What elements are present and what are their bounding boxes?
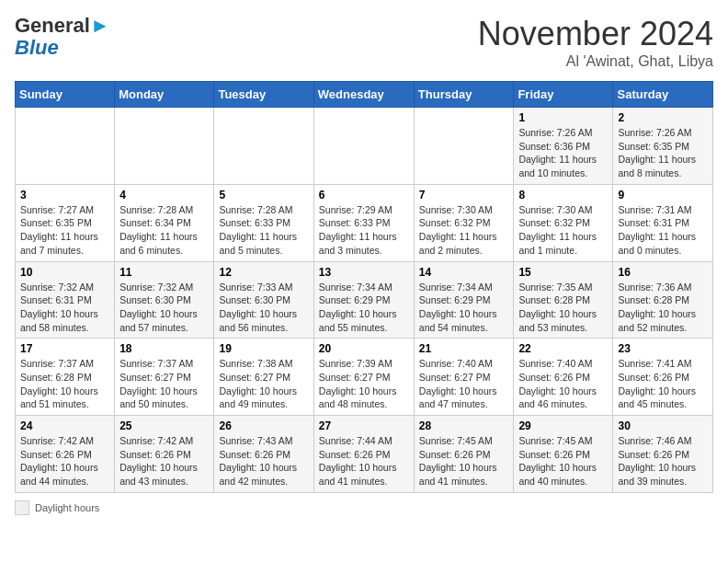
day-number: 2 bbox=[618, 111, 708, 124]
day-number: 13 bbox=[319, 266, 409, 279]
calendar-cell: 22Sunrise: 7:40 AM Sunset: 6:26 PM Dayli… bbox=[514, 339, 613, 416]
day-number: 25 bbox=[119, 419, 209, 432]
day-number: 18 bbox=[119, 342, 209, 355]
day-info: Sunrise: 7:33 AM Sunset: 6:30 PM Dayligh… bbox=[219, 281, 308, 335]
calendar-cell: 24Sunrise: 7:42 AM Sunset: 6:26 PM Dayli… bbox=[16, 416, 115, 493]
weekday-header-saturday: Saturday bbox=[613, 82, 713, 108]
logo-text: General► bbox=[15, 15, 110, 37]
day-number: 9 bbox=[618, 189, 708, 201]
day-info: Sunrise: 7:26 AM Sunset: 6:36 PM Dayligh… bbox=[518, 126, 608, 180]
day-number: 17 bbox=[20, 342, 109, 355]
calendar-cell: 17Sunrise: 7:37 AM Sunset: 6:28 PM Dayli… bbox=[16, 339, 115, 416]
day-number: 20 bbox=[319, 342, 409, 355]
day-number: 26 bbox=[219, 419, 308, 432]
calendar-cell: 16Sunrise: 7:36 AM Sunset: 6:28 PM Dayli… bbox=[613, 261, 713, 339]
location-title: Al 'Awinat, Ghat, Libya bbox=[478, 53, 713, 70]
day-number: 3 bbox=[20, 189, 109, 201]
weekday-header-thursday: Thursday bbox=[414, 82, 514, 108]
weekday-header-monday: Monday bbox=[115, 82, 214, 108]
day-info: Sunrise: 7:46 AM Sunset: 6:26 PM Dayligh… bbox=[618, 434, 708, 488]
calendar-cell: 27Sunrise: 7:44 AM Sunset: 6:26 PM Dayli… bbox=[313, 416, 414, 493]
calendar-cell: 2Sunrise: 7:26 AM Sunset: 6:35 PM Daylig… bbox=[613, 108, 713, 185]
calendar-cell: 23Sunrise: 7:41 AM Sunset: 6:26 PM Dayli… bbox=[613, 339, 713, 416]
calendar-cell bbox=[16, 108, 115, 185]
day-number: 30 bbox=[618, 419, 708, 432]
day-info: Sunrise: 7:37 AM Sunset: 6:28 PM Dayligh… bbox=[20, 357, 109, 411]
day-number: 19 bbox=[219, 342, 308, 355]
day-number: 4 bbox=[119, 189, 209, 201]
calendar-table: SundayMondayTuesdayWednesdayThursdayFrid… bbox=[15, 81, 713, 493]
calendar-cell: 13Sunrise: 7:34 AM Sunset: 6:29 PM Dayli… bbox=[313, 261, 414, 339]
day-info: Sunrise: 7:39 AM Sunset: 6:27 PM Dayligh… bbox=[319, 357, 409, 411]
day-info: Sunrise: 7:34 AM Sunset: 6:29 PM Dayligh… bbox=[319, 281, 409, 335]
page-header: General► Blue November 2024 Al 'Awinat, … bbox=[15, 15, 713, 70]
day-info: Sunrise: 7:43 AM Sunset: 6:26 PM Dayligh… bbox=[219, 434, 308, 488]
calendar-cell bbox=[313, 108, 414, 185]
day-info: Sunrise: 7:40 AM Sunset: 6:26 PM Dayligh… bbox=[518, 357, 608, 411]
month-title: November 2024 bbox=[478, 15, 713, 53]
calendar-cell: 14Sunrise: 7:34 AM Sunset: 6:29 PM Dayli… bbox=[414, 261, 514, 339]
day-info: Sunrise: 7:26 AM Sunset: 6:35 PM Dayligh… bbox=[618, 126, 708, 180]
calendar-cell: 28Sunrise: 7:45 AM Sunset: 6:26 PM Dayli… bbox=[414, 416, 514, 493]
calendar-cell: 8Sunrise: 7:30 AM Sunset: 6:32 PM Daylig… bbox=[514, 184, 613, 261]
day-info: Sunrise: 7:41 AM Sunset: 6:26 PM Dayligh… bbox=[618, 357, 708, 411]
legend-label: Daylight hours bbox=[35, 502, 99, 513]
calendar-cell: 29Sunrise: 7:45 AM Sunset: 6:26 PM Dayli… bbox=[514, 416, 613, 493]
calendar-cell: 26Sunrise: 7:43 AM Sunset: 6:26 PM Dayli… bbox=[214, 416, 313, 493]
day-info: Sunrise: 7:30 AM Sunset: 6:32 PM Dayligh… bbox=[419, 203, 509, 258]
calendar-cell: 9Sunrise: 7:31 AM Sunset: 6:31 PM Daylig… bbox=[613, 184, 713, 261]
logo-blue: Blue bbox=[15, 36, 59, 59]
calendar-cell: 12Sunrise: 7:33 AM Sunset: 6:30 PM Dayli… bbox=[214, 261, 313, 339]
calendar-cell: 19Sunrise: 7:38 AM Sunset: 6:27 PM Dayli… bbox=[214, 339, 313, 416]
calendar-cell: 1Sunrise: 7:26 AM Sunset: 6:36 PM Daylig… bbox=[514, 108, 613, 185]
calendar-cell bbox=[214, 108, 313, 185]
day-info: Sunrise: 7:29 AM Sunset: 6:33 PM Dayligh… bbox=[319, 203, 409, 258]
calendar-cell: 7Sunrise: 7:30 AM Sunset: 6:32 PM Daylig… bbox=[414, 184, 514, 261]
day-info: Sunrise: 7:45 AM Sunset: 6:26 PM Dayligh… bbox=[518, 434, 608, 488]
calendar-cell: 25Sunrise: 7:42 AM Sunset: 6:26 PM Dayli… bbox=[115, 416, 214, 493]
day-info: Sunrise: 7:42 AM Sunset: 6:26 PM Dayligh… bbox=[119, 434, 209, 488]
calendar-cell: 6Sunrise: 7:29 AM Sunset: 6:33 PM Daylig… bbox=[313, 184, 414, 261]
day-number: 23 bbox=[618, 342, 708, 355]
day-number: 22 bbox=[518, 342, 608, 355]
day-number: 16 bbox=[618, 266, 708, 279]
day-info: Sunrise: 7:36 AM Sunset: 6:28 PM Dayligh… bbox=[618, 281, 708, 335]
day-number: 7 bbox=[419, 189, 509, 201]
day-number: 29 bbox=[518, 419, 608, 432]
day-info: Sunrise: 7:40 AM Sunset: 6:27 PM Dayligh… bbox=[419, 357, 509, 411]
calendar-cell: 5Sunrise: 7:28 AM Sunset: 6:33 PM Daylig… bbox=[214, 184, 313, 261]
day-number: 8 bbox=[518, 189, 608, 201]
title-section: November 2024 Al 'Awinat, Ghat, Libya bbox=[478, 15, 713, 70]
day-info: Sunrise: 7:42 AM Sunset: 6:26 PM Dayligh… bbox=[20, 434, 109, 488]
calendar-cell: 10Sunrise: 7:32 AM Sunset: 6:31 PM Dayli… bbox=[16, 261, 115, 339]
day-number: 6 bbox=[319, 189, 409, 201]
day-info: Sunrise: 7:27 AM Sunset: 6:35 PM Dayligh… bbox=[20, 203, 109, 258]
day-info: Sunrise: 7:44 AM Sunset: 6:26 PM Dayligh… bbox=[319, 434, 409, 488]
day-info: Sunrise: 7:35 AM Sunset: 6:28 PM Dayligh… bbox=[518, 281, 608, 335]
day-info: Sunrise: 7:30 AM Sunset: 6:32 PM Dayligh… bbox=[518, 203, 608, 258]
calendar-cell bbox=[115, 108, 214, 185]
calendar-cell: 21Sunrise: 7:40 AM Sunset: 6:27 PM Dayli… bbox=[414, 339, 514, 416]
weekday-header-wednesday: Wednesday bbox=[313, 82, 414, 108]
footer: Daylight hours bbox=[15, 500, 713, 515]
day-number: 24 bbox=[20, 419, 109, 432]
day-number: 12 bbox=[219, 266, 308, 279]
day-info: Sunrise: 7:45 AM Sunset: 6:26 PM Dayligh… bbox=[419, 434, 509, 488]
day-number: 15 bbox=[518, 266, 608, 279]
legend-box bbox=[15, 500, 29, 515]
calendar-cell: 3Sunrise: 7:27 AM Sunset: 6:35 PM Daylig… bbox=[16, 184, 115, 261]
day-number: 27 bbox=[319, 419, 409, 432]
logo: General► Blue bbox=[15, 15, 110, 59]
calendar-cell: 18Sunrise: 7:37 AM Sunset: 6:27 PM Dayli… bbox=[115, 339, 214, 416]
day-number: 1 bbox=[518, 111, 608, 124]
day-info: Sunrise: 7:28 AM Sunset: 6:33 PM Dayligh… bbox=[219, 203, 308, 258]
weekday-header-tuesday: Tuesday bbox=[214, 82, 313, 108]
day-number: 10 bbox=[20, 266, 109, 279]
calendar-cell: 30Sunrise: 7:46 AM Sunset: 6:26 PM Dayli… bbox=[613, 416, 713, 493]
day-number: 11 bbox=[119, 266, 209, 279]
calendar-cell bbox=[414, 108, 514, 185]
day-info: Sunrise: 7:31 AM Sunset: 6:31 PM Dayligh… bbox=[618, 203, 708, 258]
day-info: Sunrise: 7:32 AM Sunset: 6:30 PM Dayligh… bbox=[119, 281, 209, 335]
day-info: Sunrise: 7:38 AM Sunset: 6:27 PM Dayligh… bbox=[219, 357, 308, 411]
calendar-cell: 11Sunrise: 7:32 AM Sunset: 6:30 PM Dayli… bbox=[115, 261, 214, 339]
